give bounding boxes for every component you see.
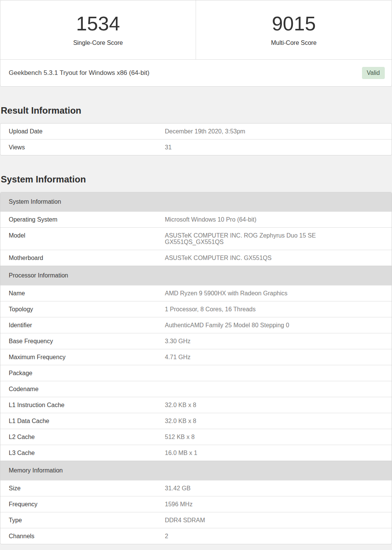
score-row: 1534 Single-Core Score 9015 Multi-Core S… xyxy=(0,0,392,60)
row-label: L2 Cache xyxy=(0,429,165,445)
section-rows: Name AMD Ryzen 9 5900HX with Radeon Grap… xyxy=(0,285,392,461)
table-row: Type DDR4 SDRAM xyxy=(0,512,392,528)
row-label: Frequency xyxy=(0,496,165,512)
row-label: Views xyxy=(0,139,165,155)
row-label: Package xyxy=(0,365,165,381)
single-core-score-value: 1534 xyxy=(76,13,120,34)
table-row: Topology 1 Processor, 8 Cores, 16 Thread… xyxy=(0,301,392,317)
row-value xyxy=(165,381,340,397)
row-label: Identifier xyxy=(0,317,165,333)
benchmark-title: Geekbench 5.3.1 Tryout for Windows x86 (… xyxy=(9,69,362,77)
table-row: Size 31.42 GB xyxy=(0,480,392,496)
section-rows: Operating System Microsoft Windows 10 Pr… xyxy=(0,211,392,266)
table-section: System Information Operating System Micr… xyxy=(0,192,392,266)
row-value: December 19th 2020, 3:53pm xyxy=(165,124,340,139)
row-value: 1 Processor, 8 Cores, 16 Threads xyxy=(165,301,340,317)
table-row: L3 Cache 16.0 MB x 1 xyxy=(0,445,392,461)
row-value: 32.0 KB x 8 xyxy=(165,397,340,413)
table-row: Views 31 xyxy=(0,139,392,155)
table-row: L2 Cache 512 KB x 8 xyxy=(0,429,392,445)
section-header: System Information xyxy=(0,192,392,211)
table-row: Operating System Microsoft Windows 10 Pr… xyxy=(0,211,392,227)
table-row: Model ASUSTeK COMPUTER INC. ROG Zephyrus… xyxy=(0,227,392,250)
section-header-label: Memory Information xyxy=(9,467,63,474)
row-value: 2 xyxy=(165,528,340,544)
row-value: ASUSTeK COMPUTER INC. GX551QS xyxy=(165,250,340,266)
single-core-score-label: Single-Core Score xyxy=(73,40,123,46)
row-label: Model xyxy=(0,228,165,250)
row-value: 32.0 KB x 8 xyxy=(165,413,340,429)
benchmark-title-row: Geekbench 5.3.1 Tryout for Windows x86 (… xyxy=(0,60,392,86)
table-row: L1 Instruction Cache 32.0 KB x 8 xyxy=(0,397,392,413)
multi-core-score-cell: 9015 Multi-Core Score xyxy=(196,0,392,59)
row-value: 512 KB x 8 xyxy=(165,429,340,445)
row-value: 3.30 GHz xyxy=(165,333,340,349)
row-label: L3 Cache xyxy=(0,445,165,461)
row-value: AuthenticAMD Family 25 Model 80 Stepping… xyxy=(165,317,340,333)
row-value: 4.71 GHz xyxy=(165,349,340,365)
section-header: Processor Information xyxy=(0,266,392,285)
row-value: AMD Ryzen 9 5900HX with Radeon Graphics xyxy=(165,285,340,301)
table-row: Codename xyxy=(0,381,392,397)
multi-core-score-value: 9015 xyxy=(272,13,316,34)
row-label: Upload Date xyxy=(0,124,165,139)
table-row: Upload Date December 19th 2020, 3:53pm xyxy=(0,124,392,139)
table-row: Package xyxy=(0,365,392,381)
row-label: Motherboard xyxy=(0,250,165,266)
valid-status-badge: Valid xyxy=(362,67,385,79)
single-core-score-cell: 1534 Single-Core Score xyxy=(0,0,196,59)
row-label: L1 Instruction Cache xyxy=(0,397,165,413)
section-header-label: Processor Information xyxy=(9,272,68,279)
row-value: DDR4 SDRAM xyxy=(165,512,340,528)
table-row: Motherboard ASUSTeK COMPUTER INC. GX551Q… xyxy=(0,250,392,266)
row-value: 16.0 MB x 1 xyxy=(165,445,340,461)
table-row: Name AMD Ryzen 9 5900HX with Radeon Grap… xyxy=(0,285,392,301)
row-value: 31.42 GB xyxy=(165,480,340,496)
row-label: Type xyxy=(0,512,165,528)
row-label: L1 Data Cache xyxy=(0,413,165,429)
result-information-heading: Result Information xyxy=(1,105,392,116)
score-panel: 1534 Single-Core Score 9015 Multi-Core S… xyxy=(0,0,392,87)
table-row: Frequency 1596 MHz xyxy=(0,496,392,512)
table-row: Channels 2 xyxy=(0,528,392,544)
row-label: Operating System xyxy=(0,212,165,227)
row-label: Maximum Frequency xyxy=(0,349,165,365)
section-rows: Size 31.42 GB Frequency 1596 MHz Type DD… xyxy=(0,480,392,544)
table-row: Identifier AuthenticAMD Family 25 Model … xyxy=(0,317,392,333)
row-label: Topology xyxy=(0,301,165,317)
row-label: Name xyxy=(0,285,165,301)
table-row: L1 Data Cache 32.0 KB x 8 xyxy=(0,413,392,429)
row-value: ASUSTeK COMPUTER INC. ROG Zephyrus Duo 1… xyxy=(165,228,340,250)
table-section: Processor Information Name AMD Ryzen 9 5… xyxy=(0,266,392,461)
row-label: Size xyxy=(0,480,165,496)
table-section: Memory Information Size 31.42 GB Frequen… xyxy=(0,461,392,544)
row-value: Microsoft Windows 10 Pro (64-bit) xyxy=(165,212,340,227)
row-label: Channels xyxy=(0,528,165,544)
table-row: Base Frequency 3.30 GHz xyxy=(0,333,392,349)
row-value xyxy=(165,365,340,381)
row-value: 31 xyxy=(165,139,340,155)
system-information-heading: System Information xyxy=(1,174,392,185)
system-information-table: System Information Operating System Micr… xyxy=(0,192,392,544)
multi-core-score-label: Multi-Core Score xyxy=(271,40,316,46)
row-value: 1596 MHz xyxy=(165,496,340,512)
row-label: Base Frequency xyxy=(0,333,165,349)
section-header: Memory Information xyxy=(0,461,392,480)
row-label: Codename xyxy=(0,381,165,397)
table-row: Maximum Frequency 4.71 GHz xyxy=(0,349,392,365)
section-header-label: System Information xyxy=(9,198,61,205)
result-information-table: Upload Date December 19th 2020, 3:53pm V… xyxy=(0,123,392,155)
